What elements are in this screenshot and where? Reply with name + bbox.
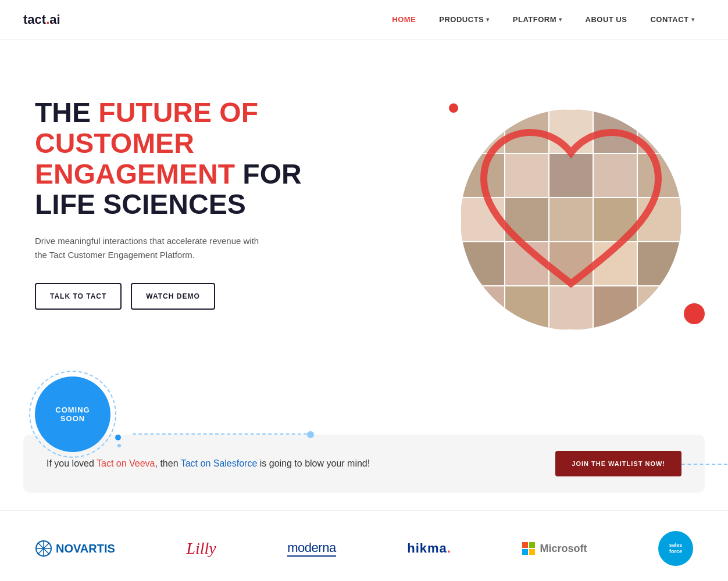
logo-salesforce: salesforce [658,534,693,563]
novartis-label: NOVARTIS [56,542,115,555]
microsoft-label: Microsoft [540,543,587,555]
nav-link-about[interactable]: ABOUT US [575,10,638,28]
tact-on-salesforce-link[interactable]: Tact on Salesforce [181,458,258,468]
moderna-label: moderna [287,540,336,557]
logo[interactable]: tact.ai [23,12,60,27]
logo-hikma: hikma. [407,534,451,563]
hero-left: THE FUTURE OF CUSTOMER ENGAGEMENT FOR LI… [35,86,337,310]
logo-moderna: moderna [287,534,336,563]
hero-heading: THE FUTURE OF CUSTOMER ENGAGEMENT FOR LI… [35,98,337,220]
hero-people-circle [461,109,681,330]
dot-red-bottom [684,303,705,324]
coming-soon-line1: COMING [55,406,90,414]
logos-section: NOVARTIS Lilly moderna hikma. Microsoft … [0,510,728,581]
lilly-label: Lilly [186,539,216,558]
hero-subtext: Drive meaningful interactions that accel… [35,234,267,262]
navbar: tact.ai HOME PRODUCTS ▾ PLATFORM ▾ ABOUT… [0,0,728,40]
talk-to-tact-button[interactable]: TALK TO TACT [35,283,122,310]
logo-lilly: Lilly [186,534,216,563]
coming-soon-dots [115,435,121,447]
nav-link-contact[interactable]: CONTACT ▾ [640,10,705,28]
salesforce-logo: salesforce [658,531,693,566]
logo-text: tact.ai [23,12,60,27]
nav-link-platform[interactable]: PLATFORM ▾ [502,10,573,28]
hero-section: THE FUTURE OF CUSTOMER ENGAGEMENT FOR LI… [0,40,728,376]
waitlist-text-suffix: is going to blow your mind! [257,458,370,468]
nav-links: HOME PRODUCTS ▾ PLATFORM ▾ ABOUT US CONT… [381,10,705,28]
chevron-down-icon: ▾ [486,16,490,23]
nav-link-products[interactable]: PRODUCTS ▾ [429,10,499,28]
tact-on-veeva-link[interactable]: Tact on Veeva [97,458,155,468]
waitlist-banner-text: If you loved Tact on Veeva, then Tact on… [47,458,370,469]
hikma-label: hikma. [407,541,451,556]
logo-novartis: NOVARTIS [35,534,115,563]
hero-right [449,86,693,342]
waitlist-text-middle: , then [155,458,181,468]
nav-link-home[interactable]: HOME [381,10,426,28]
salesforce-label: salesforce [669,542,683,555]
waitlist-text-prefix: If you loved [47,458,97,468]
novartis-icon [35,540,52,557]
hero-heading-prefix: THE [35,97,98,128]
dot-red-top [449,103,458,113]
coming-soon-area: COMING SOON [0,376,728,452]
hero-buttons: TALK TO TACT WATCH DEMO [35,283,337,310]
chevron-down-icon: ▾ [559,16,562,23]
coming-soon-wrapper: COMING SOON [35,376,693,452]
banner-dashed-line [681,464,728,465]
chevron-down-icon: ▾ [691,16,695,23]
coming-soon-bubble: COMING SOON [35,376,110,452]
microsoft-grid-icon [522,542,535,555]
coming-soon-line2: SOON [60,414,85,423]
watch-demo-button[interactable]: WATCH DEMO [131,283,215,310]
hero-circle-wrap [461,109,681,330]
logo-microsoft: Microsoft [522,534,587,563]
join-waitlist-button[interactable]: JOIN THE WAITLIST NOW! [555,451,681,476]
